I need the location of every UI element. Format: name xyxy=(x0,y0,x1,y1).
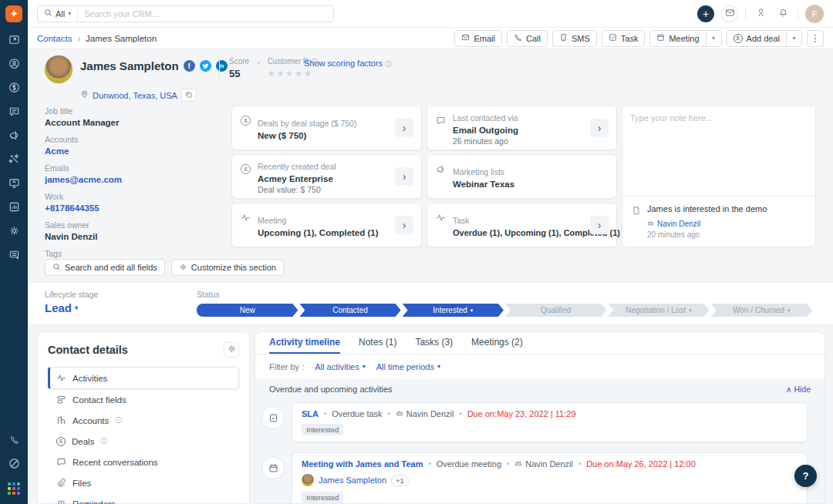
deals-by-stage-card: $ Deals by deal stage ($ 750)New ($ 750)… xyxy=(231,106,422,150)
actionbar: Contacts › James Sampleton Email Call SM… xyxy=(28,28,833,49)
whats-new-button[interactable] xyxy=(753,6,768,22)
stage-contacted[interactable]: Contacted xyxy=(299,304,400,317)
help-button[interactable]: ? xyxy=(794,465,817,487)
sidebar-item-automation[interactable] xyxy=(6,153,22,168)
lifecycle-stage-dropdown[interactable]: Lead▾ xyxy=(45,301,78,314)
copy-button[interactable] xyxy=(181,89,197,102)
add-deal-button[interactable]: $Add deal xyxy=(727,31,786,46)
field-label: Job title xyxy=(45,106,214,116)
sms-button[interactable]: SMS xyxy=(552,30,597,47)
contact-fields-summary: Job title Account Manager Accounts Acme … xyxy=(45,106,214,282)
hide-section-link[interactable]: ∧Hide xyxy=(786,385,811,394)
open-card-button[interactable]: › xyxy=(590,216,609,234)
sidebar-item-analytics[interactable] xyxy=(6,200,22,216)
user-avatar[interactable]: F xyxy=(805,5,824,23)
stage-won-churned[interactable]: Won / Churned▾ xyxy=(711,304,812,317)
sidebar-item-conversations[interactable] xyxy=(6,105,22,120)
open-card-button[interactable]: › xyxy=(395,119,413,137)
status-badge: Interested xyxy=(302,424,343,435)
stage-qualified[interactable]: Qualified xyxy=(505,304,606,317)
info-icon[interactable]: ⓘ xyxy=(115,415,122,425)
card-value: Overdue (1), Upcoming (1), Completed (1) xyxy=(453,228,590,237)
location-link[interactable]: Dunwood, Texas, USA xyxy=(93,91,177,100)
sidebar-item-activities[interactable]: Activities xyxy=(48,367,239,389)
tab-meetings[interactable]: Meetings (2) xyxy=(471,332,523,354)
chevron-down-icon: ▾ xyxy=(363,364,366,370)
explore-rail-button[interactable] xyxy=(6,457,22,472)
tab-notes[interactable]: Notes (1) xyxy=(359,332,396,354)
rail-bottom-group xyxy=(6,433,22,496)
twitter-icon[interactable] xyxy=(200,60,211,72)
customize-section-button[interactable]: Customize this section xyxy=(171,259,284,276)
status-label: Status xyxy=(197,290,220,299)
open-card-button[interactable]: › xyxy=(590,119,609,137)
sidebar-item-deals[interactable]: $Dealsⓘ xyxy=(48,431,239,452)
chevron-down-icon: ▾ xyxy=(787,307,791,313)
meeting-dropdown-button[interactable]: ▾ xyxy=(706,31,721,46)
more-attendees-badge[interactable]: +1 xyxy=(391,475,409,486)
sidebar-item-deals[interactable] xyxy=(6,81,22,96)
sidebar-item-recent-conversations[interactable]: Recent conversations xyxy=(48,452,239,472)
task-title-link[interactable]: SLA xyxy=(302,409,319,418)
more-actions-button[interactable]: ⋮ xyxy=(807,30,824,47)
field-label: Emails xyxy=(45,163,214,173)
sidebar-item-contacts[interactable] xyxy=(6,57,22,72)
account-link[interactable]: Acme xyxy=(45,146,214,156)
overdue-section: Overdue and upcoming activities ∧Hide SL… xyxy=(255,379,825,503)
attendee-link[interactable]: James Sampleton xyxy=(319,475,386,485)
call-button[interactable]: Call xyxy=(507,30,548,47)
task-button[interactable]: Task xyxy=(602,30,646,47)
freshworks-logo-icon[interactable]: ✦ xyxy=(5,5,22,22)
sidebar-item-web[interactable] xyxy=(6,176,22,192)
stage-new[interactable]: New xyxy=(197,304,298,317)
sidebar-item-accounts[interactable]: Accountsⓘ xyxy=(48,410,239,431)
card-sub: Deal value: $ 750 xyxy=(258,185,395,194)
contact-avatar[interactable] xyxy=(45,55,73,83)
summary-cards: $ Deals by deal stage ($ 750)New ($ 750)… xyxy=(231,106,617,247)
sidebar-item-feedback[interactable] xyxy=(6,248,22,264)
info-icon: ⓘ xyxy=(385,60,392,68)
filter-all-time-periods[interactable]: All time periods▾ xyxy=(376,362,440,371)
search-edit-fields-button[interactable]: Search and edit all fields xyxy=(45,259,165,276)
stage-negotiation-lost[interactable]: Negotiation / Lost▾ xyxy=(608,304,709,317)
add-deal-dropdown-button[interactable]: ▾ xyxy=(786,31,801,46)
pulse-icon xyxy=(435,213,447,223)
note-input[interactable] xyxy=(622,106,815,197)
facebook-icon[interactable]: f xyxy=(184,60,195,72)
tab-activity-timeline[interactable]: Activity timeline xyxy=(269,332,340,354)
email-button[interactable]: Email xyxy=(454,30,502,47)
sidebar-item-reminders[interactable]: Reminders xyxy=(48,493,239,504)
search-scope-dropdown[interactable]: All ▾ xyxy=(38,6,78,22)
search-input[interactable] xyxy=(78,9,333,18)
email-inbox-button[interactable] xyxy=(721,5,738,22)
activity-row-meeting: Meeting with James and Team • Overdue me… xyxy=(261,452,808,503)
open-card-button[interactable]: › xyxy=(395,167,413,186)
tab-tasks[interactable]: Tasks (3) xyxy=(415,332,453,354)
sidebar-item-files[interactable]: Files xyxy=(48,472,239,493)
phone-link[interactable]: +8178644355 xyxy=(45,203,214,213)
kebab-icon: ⋮ xyxy=(811,33,820,44)
contact-details-panel: Contact details Activities Contact field… xyxy=(37,331,250,504)
quick-add-button[interactable]: + xyxy=(697,5,714,22)
plus-icon: + xyxy=(703,8,709,20)
meeting-button[interactable]: Meeting xyxy=(650,31,705,46)
notifications-button[interactable] xyxy=(775,6,791,22)
apps-switcher-button[interactable] xyxy=(6,481,22,496)
email-link[interactable]: james@acme.com xyxy=(45,175,214,184)
filter-all-activities[interactable]: All activities▾ xyxy=(315,362,365,371)
breadcrumb-contacts[interactable]: Contacts xyxy=(37,34,72,43)
info-icon[interactable]: ⓘ xyxy=(100,436,107,446)
sidebar-item-contact-fields[interactable]: Contact fields xyxy=(48,389,239,410)
sidebar-item-marketing[interactable] xyxy=(6,129,22,144)
task-owner: Navin Denzil xyxy=(396,409,454,418)
meeting-title-link[interactable]: Meeting with James and Team xyxy=(302,459,423,469)
note-item[interactable]: James is interested in the demo Navin De… xyxy=(622,197,815,247)
sidebar-item-dashboard[interactable] xyxy=(6,33,22,49)
panel-settings-button[interactable] xyxy=(224,342,239,358)
deal-icon: $ xyxy=(240,164,251,174)
open-card-button[interactable]: › xyxy=(395,216,413,234)
sidebar-item-settings[interactable] xyxy=(6,224,22,240)
stage-interested[interactable]: Interested▾ xyxy=(403,304,504,317)
show-scoring-factors-link[interactable]: Show scoring factors ⓘ xyxy=(304,59,392,69)
phone-rail-button[interactable] xyxy=(6,433,22,449)
